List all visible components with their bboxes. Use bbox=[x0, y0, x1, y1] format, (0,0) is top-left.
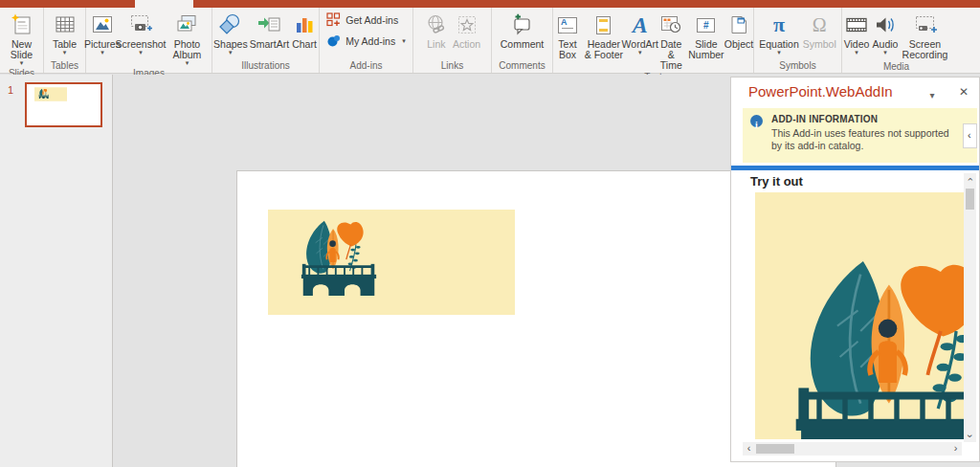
screen-recording-icon bbox=[913, 11, 938, 39]
task-pane-title: PowerPoint.WebAddIn bbox=[748, 83, 893, 100]
button-label: Screen Recording bbox=[902, 39, 948, 60]
active-ribbon-tab[interactable] bbox=[135, 0, 193, 8]
ribbon-group-comments: Comment Comments bbox=[492, 8, 553, 73]
addin-content-image bbox=[755, 192, 964, 439]
shapes-button[interactable]: Shapes bbox=[212, 10, 249, 56]
slides-thumbnail-panel: 1 bbox=[0, 75, 113, 467]
bridge-illustration bbox=[268, 210, 515, 315]
scroll-left-icon[interactable] bbox=[743, 442, 755, 455]
action-icon bbox=[455, 11, 479, 39]
button-label: Symbol bbox=[803, 39, 836, 50]
screen-recording-button[interactable]: Screen Recording bbox=[900, 10, 950, 60]
ribbon-group-symbols: π Equation Ω Symbol Symbols bbox=[754, 8, 842, 73]
slide-thumbnail-image bbox=[34, 87, 67, 101]
video-icon bbox=[844, 11, 869, 39]
vertical-scrollbar[interactable] bbox=[964, 173, 976, 442]
ribbon: New Slide Slides Table Tables Pictures bbox=[0, 8, 980, 74]
ribbon-group-slides: New Slide Slides bbox=[0, 8, 44, 73]
get-addins-button[interactable]: Get Add-ins bbox=[326, 11, 405, 29]
chevron-down-icon bbox=[883, 50, 887, 56]
group-label: Add-ins bbox=[320, 59, 412, 73]
group-label: Tables bbox=[44, 59, 85, 73]
info-banner-title: ADD-IN INFORMATION bbox=[771, 114, 958, 124]
new-slide-button[interactable]: New Slide bbox=[0, 10, 43, 67]
ribbon-group-addins: Get Add-ins My Add-ins Add-ins bbox=[320, 8, 413, 73]
task-pane-menu-icon[interactable] bbox=[925, 85, 939, 99]
chevron-down-icon bbox=[63, 50, 67, 56]
object-button[interactable]: Object bbox=[724, 10, 753, 50]
try-it-out-heading: Try it out bbox=[750, 174, 803, 189]
inserted-picture[interactable] bbox=[268, 210, 515, 315]
scroll-right-icon[interactable] bbox=[949, 442, 962, 455]
group-label: Illustrations bbox=[212, 59, 319, 73]
smartart-button[interactable]: SmartArt bbox=[249, 10, 290, 50]
wordart-icon: A bbox=[633, 11, 648, 39]
equation-button[interactable]: π Equation bbox=[757, 10, 800, 56]
link-button: Link bbox=[422, 10, 451, 50]
shapes-icon bbox=[218, 11, 243, 39]
audio-button[interactable]: Audio bbox=[871, 10, 900, 56]
object-icon bbox=[726, 11, 751, 39]
button-label: SmartArt bbox=[250, 39, 289, 50]
my-addins-button[interactable]: My Add-ins bbox=[326, 33, 405, 50]
symbol-button: Ω Symbol bbox=[801, 10, 838, 50]
action-button: Action bbox=[451, 10, 482, 50]
table-button[interactable]: Table bbox=[51, 10, 79, 56]
slide-number: 1 bbox=[8, 84, 13, 96]
pictures-button[interactable]: Pictures bbox=[86, 10, 119, 56]
header-footer-button[interactable]: Header & Footer bbox=[582, 10, 626, 60]
symbol-icon: Ω bbox=[813, 11, 827, 39]
chevron-down-icon bbox=[186, 60, 189, 67]
button-label: My Add-ins bbox=[345, 35, 395, 47]
bridge-illustration-zoomed bbox=[755, 192, 964, 439]
slide-thumbnail[interactable] bbox=[25, 82, 102, 127]
group-label: Links bbox=[413, 59, 491, 73]
button-label: Comment bbox=[501, 39, 545, 50]
video-button[interactable]: Video bbox=[842, 10, 871, 56]
audio-icon bbox=[873, 11, 898, 39]
chevron-down-icon bbox=[402, 38, 406, 44]
header-footer-icon bbox=[596, 11, 611, 39]
chevron-down-icon bbox=[855, 50, 858, 56]
button-label: Date & Time bbox=[657, 39, 686, 71]
button-label: Get Add-ins bbox=[345, 14, 398, 26]
date-time-button[interactable]: Date & Time bbox=[655, 10, 688, 71]
wordart-button[interactable]: A WordArt bbox=[626, 10, 655, 56]
chart-button[interactable]: Chart bbox=[290, 10, 319, 50]
close-icon[interactable] bbox=[956, 82, 971, 98]
scroll-up-icon[interactable] bbox=[964, 173, 976, 186]
comment-icon bbox=[509, 11, 534, 39]
equation-icon: π bbox=[773, 11, 785, 39]
chevron-down-icon bbox=[139, 50, 143, 56]
button-label: Chart bbox=[292, 39, 317, 50]
slide-number-icon: # bbox=[697, 11, 715, 39]
photo-album-button[interactable]: Photo Album bbox=[163, 10, 212, 67]
horizontal-scroll-thumb[interactable] bbox=[756, 444, 794, 454]
screenshot-button[interactable]: Screenshot bbox=[119, 10, 163, 56]
button-label: Photo Album bbox=[165, 39, 210, 60]
screenshot-icon bbox=[128, 11, 153, 39]
ribbon-group-links: Link Action Links bbox=[413, 8, 492, 73]
ribbon-group-text: A Text Box Header & Footer A WordArt bbox=[553, 8, 754, 73]
vertical-scroll-thumb[interactable] bbox=[966, 189, 974, 210]
chevron-down-icon bbox=[20, 60, 24, 67]
button-label: Action bbox=[453, 39, 480, 50]
link-icon bbox=[424, 11, 449, 39]
ribbon-group-illustrations: Shapes SmartArt Chart Illustrations bbox=[212, 8, 320, 73]
button-label: Text Box bbox=[555, 39, 580, 60]
chevron-down-icon bbox=[638, 50, 642, 56]
new-slide-icon bbox=[10, 11, 34, 39]
button-label: Header & Footer bbox=[584, 39, 624, 60]
horizontal-scrollbar[interactable] bbox=[743, 442, 962, 456]
button-label: Slide Number bbox=[688, 39, 724, 60]
chart-icon bbox=[292, 11, 317, 39]
text-box-button[interactable]: A Text Box bbox=[553, 10, 582, 60]
ribbon-group-tables: Table Tables bbox=[44, 8, 86, 73]
button-label: Object bbox=[724, 39, 753, 50]
comment-button[interactable]: Comment bbox=[499, 10, 546, 50]
scroll-down-icon[interactable] bbox=[964, 430, 976, 442]
web-addin-task-pane: PowerPoint.WebAddIn ADD-IN INFORMATION T… bbox=[730, 77, 980, 462]
collapse-banner-icon[interactable] bbox=[963, 123, 977, 148]
slide-number-button[interactable]: # Slide Number bbox=[688, 10, 724, 60]
title-bar bbox=[0, 0, 980, 8]
